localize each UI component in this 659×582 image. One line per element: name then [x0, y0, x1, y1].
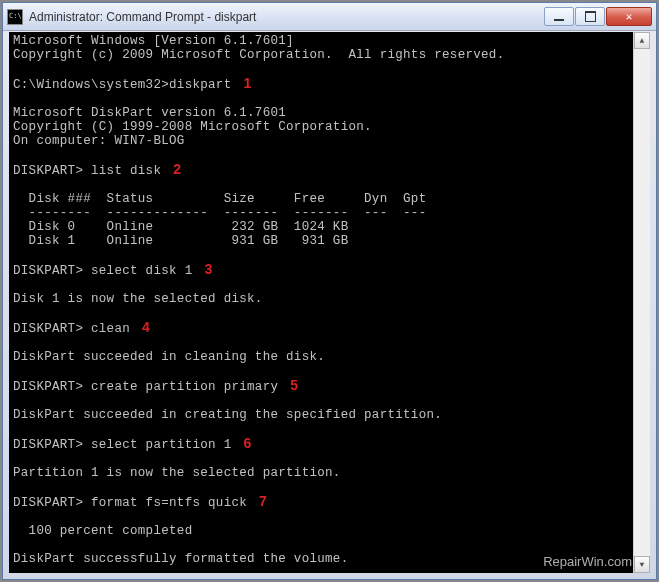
watermark-text: RepairWin.com — [543, 554, 632, 569]
line-text: 100 percent completed — [13, 524, 192, 538]
terminal-line: DISKPART> format fs=ntfs quick7 — [13, 494, 646, 510]
scroll-up-button[interactable]: ▲ — [634, 32, 650, 49]
terminal-line — [13, 278, 646, 292]
terminal-line: DISKPART> clean4 — [13, 320, 646, 336]
scroll-down-button[interactable]: ▼ — [634, 556, 650, 573]
step-annotation: 2 — [173, 161, 181, 177]
terminal-line: DiskPart succeeded in cleaning the disk. — [13, 350, 646, 364]
terminal-line — [13, 92, 646, 106]
step-annotation: 6 — [243, 435, 251, 451]
line-text: DISKPART> clean — [13, 322, 130, 336]
terminal-line: DiskPart succeeded in creating the speci… — [13, 408, 646, 422]
line-text: Disk 0 Online 232 GB 1024 KB — [13, 220, 348, 234]
terminal-line — [13, 148, 646, 162]
line-text: DISKPART> list disk — [13, 164, 161, 178]
line-text: Disk 1 Online 931 GB 931 GB — [13, 234, 348, 248]
terminal-line: DISKPART> select disk 13 — [13, 262, 646, 278]
terminal-line — [13, 510, 646, 524]
line-text: Disk 1 is now the selected disk. — [13, 292, 263, 306]
step-annotation: 7 — [259, 493, 267, 509]
terminal-line: Partition 1 is now the selected partitio… — [13, 466, 646, 480]
window-controls — [543, 7, 652, 26]
terminal-line — [13, 452, 646, 466]
line-text: DiskPart successfully formatted the volu… — [13, 552, 348, 566]
close-button[interactable] — [606, 7, 652, 26]
terminal-line: Disk 0 Online 232 GB 1024 KB — [13, 220, 646, 234]
terminal-line: Copyright (C) 1999-2008 Microsoft Corpor… — [13, 120, 646, 134]
line-text: C:\Windows\system32>diskpart — [13, 78, 231, 92]
terminal-line: Disk 1 is now the selected disk. — [13, 292, 646, 306]
vertical-scrollbar[interactable]: ▲ ▼ — [633, 32, 650, 573]
step-annotation: 1 — [243, 75, 251, 91]
terminal-line: DISKPART> select partition 16 — [13, 436, 646, 452]
terminal-line: Disk 1 Online 931 GB 931 GB — [13, 234, 646, 248]
terminal-line: Copyright (c) 2009 Microsoft Corporation… — [13, 48, 646, 62]
step-annotation: 3 — [204, 261, 212, 277]
cmd-icon — [7, 9, 23, 25]
terminal-line: C:\Windows\system32>diskpart1 — [13, 76, 646, 92]
terminal-line: 100 percent completed — [13, 524, 646, 538]
line-text: DISKPART> select partition 1 — [13, 438, 231, 452]
terminal-line: Disk ### Status Size Free Dyn Gpt — [13, 192, 646, 206]
terminal-line: Microsoft DiskPart version 6.1.7601 — [13, 106, 646, 120]
line-text: DISKPART> select disk 1 — [13, 264, 192, 278]
line-text: Copyright (c) 2009 Microsoft Corporation… — [13, 48, 504, 62]
line-text: Disk ### Status Size Free Dyn Gpt — [13, 192, 426, 206]
line-text: DiskPart succeeded in cleaning the disk. — [13, 350, 325, 364]
window-title: Administrator: Command Prompt - diskpart — [29, 10, 543, 24]
step-annotation: 4 — [142, 319, 150, 335]
terminal-line — [13, 336, 646, 350]
terminal-line — [13, 306, 646, 320]
terminal-line: On computer: WIN7-BLOG — [13, 134, 646, 148]
minimize-button[interactable] — [544, 7, 574, 26]
terminal-line: -------- ------------- ------- ------- -… — [13, 206, 646, 220]
line-text: Partition 1 is now the selected partitio… — [13, 466, 341, 480]
terminal-line: DISKPART> create partition primary5 — [13, 378, 646, 394]
line-text: Microsoft Windows [Version 6.1.7601] — [13, 34, 294, 48]
step-annotation: 5 — [290, 377, 298, 393]
terminal-line: Microsoft Windows [Version 6.1.7601] — [13, 34, 646, 48]
terminal-line: DISKPART> list disk2 — [13, 162, 646, 178]
line-text: DiskPart succeeded in creating the speci… — [13, 408, 442, 422]
line-text: Microsoft DiskPart version 6.1.7601 — [13, 106, 286, 120]
terminal-line — [13, 178, 646, 192]
terminal-line — [13, 480, 646, 494]
line-text: DISKPART> create partition primary — [13, 380, 278, 394]
line-text: -------- ------------- ------- ------- -… — [13, 206, 426, 220]
line-text: Copyright (C) 1999-2008 Microsoft Corpor… — [13, 120, 372, 134]
terminal-line — [13, 422, 646, 436]
terminal-line — [13, 62, 646, 76]
line-text: On computer: WIN7-BLOG — [13, 134, 185, 148]
line-text: DISKPART> format fs=ntfs quick — [13, 496, 247, 510]
terminal-line — [13, 248, 646, 262]
terminal-line — [13, 394, 646, 408]
cmd-window: Administrator: Command Prompt - diskpart… — [2, 2, 657, 580]
terminal-line — [13, 538, 646, 552]
titlebar[interactable]: Administrator: Command Prompt - diskpart — [3, 3, 656, 31]
terminal-line — [13, 364, 646, 378]
maximize-button[interactable] — [575, 7, 605, 26]
terminal-output[interactable]: Microsoft Windows [Version 6.1.7601]Copy… — [9, 32, 650, 573]
